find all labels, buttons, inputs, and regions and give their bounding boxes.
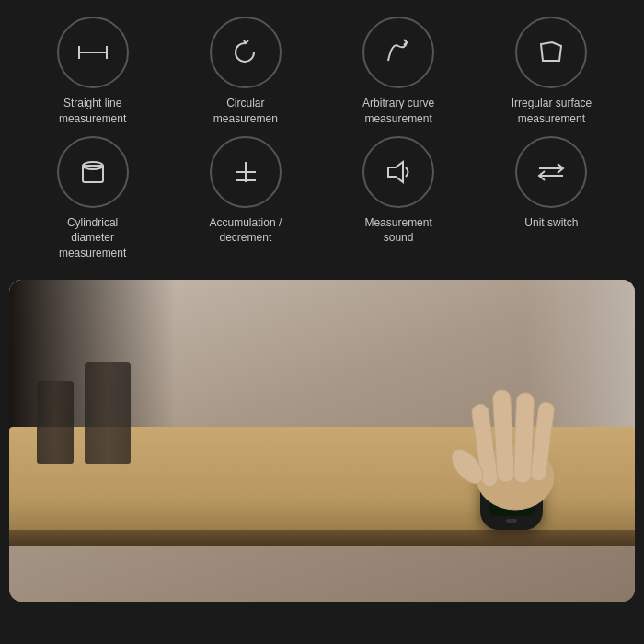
top-section: Straight linemeasurement Circularmeasure… xyxy=(0,0,644,270)
icon-circle-unit-switch xyxy=(515,136,587,208)
feature-label-irregular-surface: Irregular surfacemeasurement xyxy=(512,96,592,127)
features-grid: Straight linemeasurement Circularmeasure… xyxy=(18,17,626,261)
feature-accumulation: Accumulation /decrement xyxy=(171,136,319,261)
arbitrary-curve-icon xyxy=(379,33,418,72)
photo-background: ■ ◁) 142 cm xyxy=(9,280,635,602)
feature-label-straight-line: Straight linemeasurement xyxy=(59,96,126,127)
feature-label-unit-switch: Unit switch xyxy=(524,215,578,231)
circular-icon xyxy=(226,33,265,72)
device-button[interactable] xyxy=(506,519,517,523)
glass-object-1 xyxy=(37,381,74,464)
feature-irregular-surface: Irregular surfacemeasurement xyxy=(477,17,626,127)
feature-measurement-sound: Measurementsound xyxy=(325,136,473,261)
straight-line-icon xyxy=(74,33,112,72)
left-objects xyxy=(37,362,131,464)
feature-unit-switch: Unit switch xyxy=(477,136,626,261)
hand-svg xyxy=(442,330,589,514)
icon-circle-accumulation xyxy=(210,136,282,208)
icon-circle-irregular-surface xyxy=(515,17,587,88)
irregular-surface-icon xyxy=(532,33,570,72)
icon-circle-arbitrary-curve xyxy=(362,17,434,88)
icon-circle-measurement-sound xyxy=(362,136,434,208)
feature-label-accumulation: Accumulation /decrement xyxy=(210,215,282,247)
accumulation-icon xyxy=(226,153,265,191)
icon-circle-cylindrical xyxy=(57,136,129,208)
feature-cylindrical: Cylindricaldiametermeasurement xyxy=(18,136,167,261)
feature-label-arbitrary-curve: Arbitrary curvemeasurement xyxy=(362,96,434,127)
svg-marker-8 xyxy=(388,162,403,182)
feature-label-circular: Circularmeasuremen xyxy=(213,96,278,127)
cylindrical-icon xyxy=(74,153,112,191)
feature-arbitrary-curve: Arbitrary curvemeasurement xyxy=(325,17,473,127)
unit-switch-icon xyxy=(532,153,570,191)
icon-circle-circular xyxy=(210,17,282,88)
measurement-sound-icon xyxy=(379,153,418,191)
feature-label-measurement-sound: Measurementsound xyxy=(364,215,431,247)
photo-section: ■ ◁) 142 cm xyxy=(9,280,635,602)
feature-label-cylindrical: Cylindricaldiametermeasurement xyxy=(59,215,126,261)
icon-circle-straight-line xyxy=(57,17,129,88)
feature-straight-line: Straight linemeasurement xyxy=(18,17,167,127)
table-edge xyxy=(9,530,635,546)
glass-object-2 xyxy=(85,362,131,464)
feature-circular: Circularmeasuremen xyxy=(171,17,319,127)
